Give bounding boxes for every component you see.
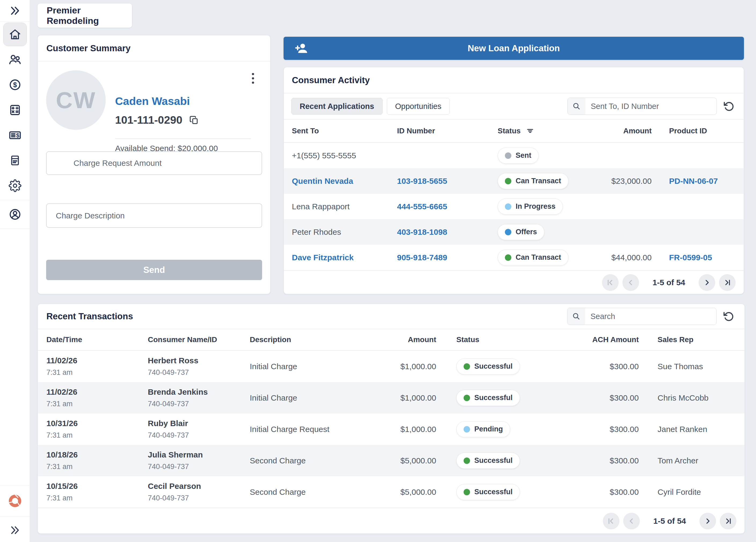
status-dot — [464, 489, 470, 495]
status-badge: Successful — [456, 453, 520, 469]
merchant-name: Premier Remodeling — [47, 5, 132, 26]
amount: $5,000.00 — [389, 488, 436, 497]
consumer-name: Herbert Ross — [148, 356, 250, 365]
charge-description-input[interactable] — [46, 203, 262, 228]
table-row[interactable]: 10/18/267:31 am Julia Sherman740-049-737… — [38, 445, 744, 476]
column-status: Status — [498, 127, 521, 135]
date: 11/02/26 — [46, 387, 148, 397]
table-row[interactable]: Peter Rhodes 403-918-1098 Offers — [284, 219, 744, 245]
consumer-id: 740-049-737 — [148, 368, 250, 377]
date: 10/15/26 — [46, 482, 148, 491]
table-row[interactable]: Quentin Nevada 103-918-5655 Can Transact… — [284, 168, 744, 194]
column-sales-rep: Sales Rep — [639, 335, 736, 344]
sidebar-item-home[interactable] — [0, 22, 30, 47]
previous-page-button[interactable] — [622, 274, 639, 291]
sidebar-item-calculator[interactable] — [0, 97, 30, 123]
recent-transactions-search-input[interactable] — [585, 308, 716, 325]
sidebar-item-customers[interactable] — [0, 47, 30, 72]
consumer-activity-search-input[interactable] — [585, 98, 717, 115]
customer-summary-header: Customer Summary — [38, 35, 270, 61]
column-product-id: Product ID — [652, 127, 736, 135]
account-icon — [8, 208, 22, 221]
reset-search-button[interactable] — [721, 99, 736, 114]
last-page-button[interactable] — [719, 274, 736, 291]
gear-icon — [9, 179, 21, 192]
description: Second Charge — [250, 456, 389, 465]
column-ach-amount: ACH Amount — [564, 335, 639, 344]
search-icon — [568, 98, 585, 115]
sidebar-divider — [0, 229, 30, 229]
sent-to-cell: Peter Rhodes — [292, 228, 397, 237]
consumer-activity-pagination: 1-5 of 54 — [284, 270, 744, 294]
status-badge: Successful — [456, 390, 520, 406]
amount-cell: $23,000.00 — [605, 177, 652, 186]
customer-summary-card: Customer Summary CW Caden Wasabi 101-111… — [38, 35, 270, 294]
sidebar-item-payments[interactable]: $ — [0, 72, 30, 97]
table-row[interactable]: +1(555) 555-5555 Sent — [284, 143, 744, 168]
sent-to-link[interactable]: Quentin Nevada — [292, 177, 353, 185]
filter-icon[interactable] — [526, 126, 535, 135]
previous-page-button[interactable] — [623, 513, 640, 529]
sidebar-item-settings[interactable] — [0, 173, 30, 198]
consumer-name: Brenda Jenkins — [148, 387, 250, 397]
id-number-link[interactable]: 103-918-5655 — [397, 177, 447, 185]
tab-recent-applications[interactable]: Recent Applications — [291, 98, 383, 115]
dollar-circle-icon: $ — [8, 78, 22, 91]
id-number-link[interactable]: 444-555-6665 — [397, 202, 447, 211]
date: 11/02/26 — [46, 356, 148, 365]
recent-transactions-pagination: 1-5 of 54 — [38, 508, 744, 534]
sales-rep: Cyril Fordite — [639, 488, 736, 497]
sidebar-item-documents[interactable] — [0, 148, 30, 173]
reset-search-button[interactable] — [721, 309, 736, 324]
sales-rep: Janet Ranken — [639, 425, 736, 434]
status-dot — [464, 363, 470, 370]
amount: $1,000.00 — [389, 393, 436, 402]
consumer-activity-table-header: Sent To ID Number Status Amount Product … — [284, 120, 744, 143]
recent-transactions-card: Recent Transactions Date/Time Consumer N… — [38, 304, 745, 534]
product-id-link[interactable]: PD-NN-06-07 — [669, 177, 718, 185]
table-row[interactable]: 10/31/267:31 am Ruby Blair740-049-737 In… — [38, 413, 744, 445]
product-id-link[interactable]: FR-0599-05 — [669, 253, 712, 262]
tab-opportunities[interactable]: Opportunities — [387, 98, 450, 115]
status-dot — [505, 254, 511, 261]
column-description: Description — [250, 335, 389, 344]
id-number-link[interactable]: 403-918-1098 — [397, 228, 447, 236]
first-page-button[interactable] — [602, 274, 619, 291]
status-dot — [505, 229, 511, 235]
time: 7:31 am — [46, 494, 148, 502]
status-dot — [505, 203, 511, 210]
status-dot — [464, 457, 470, 464]
sidebar-item-invoices[interactable]: $ — [0, 123, 30, 148]
copy-icon[interactable] — [189, 115, 200, 126]
recent-transactions-header: Recent Transactions — [38, 304, 744, 329]
customer-phone: 101-111-0290 — [115, 114, 182, 126]
table-row[interactable]: 11/02/267:31 am Brenda Jenkins740-049-73… — [38, 382, 744, 413]
sidebar-collapse-button[interactable] — [0, 0, 30, 22]
description: Initial Charge Request — [250, 425, 389, 434]
sent-to-link[interactable]: Dave Fitzpatrick — [292, 253, 354, 262]
sidebar-item-account[interactable] — [0, 202, 30, 227]
column-id-number: ID Number — [397, 127, 498, 135]
table-row[interactable]: 10/15/267:31 am Cecil Pearson740-049-737… — [38, 476, 744, 508]
last-page-button[interactable] — [720, 513, 736, 529]
new-loan-application-button[interactable]: New Loan Application — [284, 37, 744, 60]
customer-name-link[interactable]: Caden Wasabi — [115, 95, 190, 108]
ach-amount: $300.00 — [564, 362, 639, 371]
status-dot — [505, 178, 511, 184]
send-button[interactable]: Send — [46, 260, 262, 280]
recent-transactions-title: Recent Transactions — [46, 311, 133, 321]
table-row[interactable]: Dave Fitzpatrick 905-918-7489 Can Transa… — [284, 245, 744, 270]
next-page-button[interactable] — [699, 274, 715, 291]
first-page-button[interactable] — [603, 513, 619, 529]
status-dot — [505, 152, 511, 159]
table-row[interactable]: Lena Rappaport 444-555-6665 In Progress — [284, 194, 744, 219]
invoice-dollar-icon: $ — [8, 129, 22, 142]
id-number-link[interactable]: 905-918-7489 — [397, 253, 447, 262]
time: 7:31 am — [46, 463, 148, 471]
sidebar-expand-button[interactable] — [0, 518, 30, 542]
customer-menu-button[interactable] — [247, 70, 259, 87]
next-page-button[interactable] — [699, 513, 716, 529]
table-row[interactable]: 11/02/267:31 am Herbert Ross740-049-737 … — [38, 351, 744, 382]
merchant-name-tab[interactable]: Premier Remodeling — [38, 3, 132, 28]
charge-request-amount-input[interactable] — [46, 151, 262, 175]
